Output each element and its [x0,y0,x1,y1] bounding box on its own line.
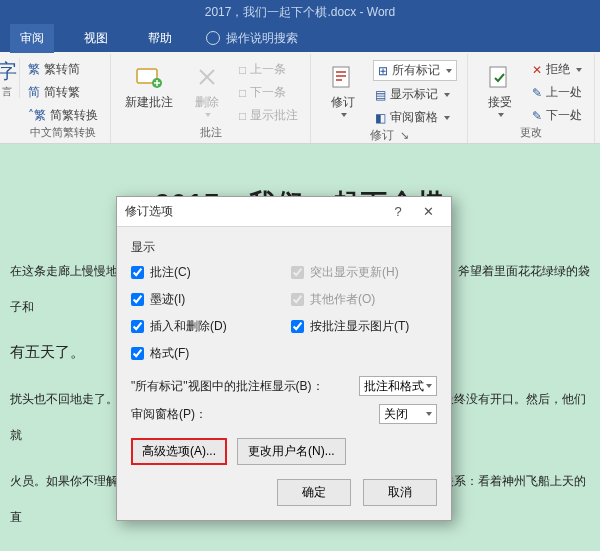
checkbox-comments[interactable]: 批注(C) [131,264,277,281]
accept-icon [485,62,515,92]
ribbon-tabs: 审阅 视图 帮助 操作说明搜索 [0,24,600,52]
delete-icon [192,62,222,92]
track-changes-button[interactable]: 修订 [321,60,365,127]
next-change[interactable]: ✎ 下一处 [530,106,584,125]
review-pane-dropdown[interactable]: 关闭 [379,404,437,424]
tell-me-search[interactable]: 操作说明搜索 [206,30,298,47]
show-comments: □ 显示批注 [237,106,300,125]
dialog-help-button[interactable]: ? [383,204,413,219]
show-markup-dropdown[interactable]: ▤ 显示标记 [373,85,457,104]
convert-toggle[interactable]: ˄繁简繁转换 [26,106,100,125]
change-username-button[interactable]: 更改用户名(N)... [237,438,346,465]
balloons-label: "所有标记"视图中的批注框显示(B)： [131,378,351,395]
markup-view-dropdown[interactable]: ⊞ 所有标记 [373,60,457,81]
window-title: 2017，我们一起下个棋.docx - Word [0,0,600,24]
reject-dropdown[interactable]: ✕ 拒绝 [530,60,584,79]
lightbulb-icon [206,31,220,45]
tracking-options-dialog: 修订选项 ? ✕ 显示 批注(C) 突出显示更新(H) 墨迹(I) 其他作者(O… [116,196,452,521]
checkbox-formatting[interactable]: 格式(F) [131,345,277,362]
ribbon: 繁繁转简 简简转繁 ˄繁简繁转换 中文简繁转换 新建批注 删除 □ 上一条 □ … [0,52,600,144]
prev-comment: □ 上一条 [237,60,300,79]
tab-help[interactable]: 帮助 [138,24,182,53]
checkbox-insert-delete[interactable]: 插入和删除(D) [131,318,277,335]
checkbox-ink[interactable]: 墨迹(I) [131,291,277,308]
new-comment-button[interactable]: 新建批注 [121,60,177,125]
group-label-changes: 更改 [478,125,584,144]
new-comment-icon [134,62,164,92]
group-label-comments: 批注 [121,125,300,144]
tab-view[interactable]: 视图 [74,24,118,53]
track-changes-icon [328,62,358,92]
ok-button[interactable]: 确定 [277,479,351,506]
left-panel-char: 字 言 [0,58,20,98]
checkbox-pictures-by-comment[interactable]: 按批注显示图片(T) [291,318,437,335]
advanced-options-button[interactable]: 高级选项(A)... [131,438,227,465]
svg-rect-2 [333,67,349,87]
prev-change[interactable]: ✎ 上一处 [530,83,584,102]
display-section-label: 显示 [131,239,437,256]
dialog-title: 修订选项 [125,203,173,220]
balloons-dropdown[interactable]: 批注和格式 [359,376,437,396]
group-label-convert: 中文简繁转换 [26,125,100,144]
review-pane-label: 审阅窗格(P)： [131,406,371,423]
accept-button[interactable]: 接受 [478,60,522,125]
cancel-button[interactable]: 取消 [363,479,437,506]
next-comment: □ 下一条 [237,83,300,102]
delete-comment-button: 删除 [185,60,229,125]
convert-to-traditional[interactable]: 简简转繁 [26,83,100,102]
checkbox-highlight-updates: 突出显示更新(H) [291,264,437,281]
dialog-close-button[interactable]: ✕ [413,204,443,219]
tab-review[interactable]: 审阅 [10,24,54,53]
reviewing-pane-dropdown[interactable]: ◧ 审阅窗格 [373,108,457,127]
svg-rect-3 [490,67,506,87]
checkbox-other-authors: 其他作者(O) [291,291,437,308]
convert-to-simplified[interactable]: 繁繁转简 [26,60,100,79]
